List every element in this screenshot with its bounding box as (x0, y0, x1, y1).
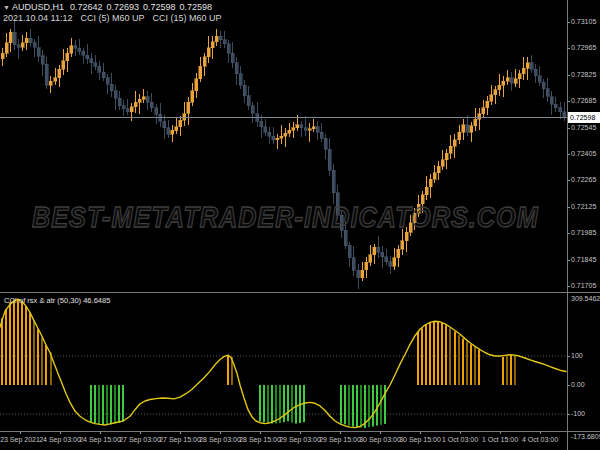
time-tick (380, 431, 381, 434)
main-chart-area[interactable] (0, 0, 567, 292)
time-tick-label: 4 Oct 03:00 (510, 436, 570, 443)
datetime-label: 2021.10.04 11:12 (3, 13, 72, 23)
price-tick-label: 0.72405 (571, 150, 596, 158)
mt4-chart-window: ▼AUDUSD,H10.726420.726930.725980.72598 2… (0, 0, 600, 450)
price-tick (567, 233, 570, 234)
indicator-scale-label: -100 (571, 410, 585, 418)
price-tick (567, 180, 570, 181)
price-tick (567, 260, 570, 261)
price-tick (567, 128, 570, 129)
indicator-scale-label: 0.00 (571, 381, 585, 389)
price-tick-label: 0.72825 (571, 71, 596, 79)
time-tick (180, 431, 181, 434)
price-tick (567, 154, 570, 155)
time-tick (60, 431, 61, 434)
price-tick-label: 0.71845 (571, 256, 596, 264)
chart-header: ▼AUDUSD,H10.726420.726930.725980.72598 2… (3, 2, 229, 23)
indicator-panel[interactable] (0, 293, 567, 431)
price-tick-label: 0.73105 (571, 18, 596, 26)
price-tick (567, 207, 570, 208)
time-tick (300, 431, 301, 434)
quote-high: 0.72693 (107, 2, 140, 12)
time-tick (100, 431, 101, 434)
panel-divider[interactable] (0, 292, 600, 293)
price-axis[interactable]: 0.731050.729650.728250.726850.725450.724… (568, 0, 600, 450)
time-tick (540, 431, 541, 434)
price-tick-label: 0.72545 (571, 124, 596, 132)
price-tick-label: 0.71985 (571, 229, 596, 237)
symbol-line: ▼AUDUSD,H10.726420.726930.725980.72598 (3, 2, 229, 13)
time-tick (500, 431, 501, 434)
indicator-name: CCI of rsx & atr (50,30) (4, 296, 81, 305)
price-tick (567, 75, 570, 76)
cci5-status: CCI (5) M60 UP (80, 13, 144, 23)
indicator-max-label: 309.5462 (571, 295, 600, 303)
indicator-tick (567, 356, 570, 357)
indicator-title: CCI of rsx & atr (50,30) 46.6485 (4, 296, 110, 305)
quote-open: 0.72642 (70, 2, 103, 12)
price-tick (567, 101, 570, 102)
indicator-tick (567, 385, 570, 386)
price-tick (567, 48, 570, 49)
time-axis[interactable]: 23 Sep 202124 Sep 03:0024 Sep 15:0027 Se… (0, 431, 600, 450)
symbol-dropdown-icon[interactable]: ▼ (3, 4, 10, 11)
price-tick (567, 22, 570, 23)
quote-low: 0.72598 (143, 2, 176, 12)
indicator-scale-label: 100 (571, 352, 583, 360)
candles[interactable] (1, 21, 566, 289)
price-tick (567, 286, 570, 287)
indicator-tick (567, 414, 570, 415)
indicator-value: 46.6485 (83, 296, 110, 305)
cci-indicator-chart[interactable] (0, 293, 567, 431)
price-tick-label: 0.72265 (571, 176, 596, 184)
time-tick (140, 431, 141, 434)
time-tick (220, 431, 221, 434)
time-tick (460, 431, 461, 434)
symbol-label: AUDUSD,H1 (12, 2, 64, 12)
time-tick (20, 431, 21, 434)
watermark-text: BEST-METATRADER-INDICATORS.COM (32, 199, 539, 233)
price-tick-label: 0.72125 (571, 203, 596, 211)
time-tick (420, 431, 421, 434)
current-price-box: 0.72598 (568, 112, 600, 123)
time-tick (340, 431, 341, 434)
status-line: 2021.10.04 11:12CCI (5) M60 UPCCI (15) M… (3, 13, 229, 23)
price-tick-label: 0.72685 (571, 97, 596, 105)
price-tick-label: 0.71705 (571, 282, 596, 290)
cci15-status: CCI (15) M60 UP (152, 13, 221, 23)
quote-close: 0.72598 (180, 2, 213, 12)
time-tick (260, 431, 261, 434)
price-tick-label: 0.72965 (571, 44, 596, 52)
candlestick-chart[interactable] (0, 0, 567, 292)
histogram-bars (1, 299, 516, 428)
